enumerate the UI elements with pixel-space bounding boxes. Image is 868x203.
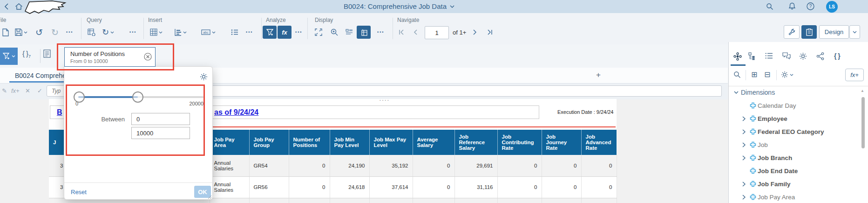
next-page-icon[interactable] — [473, 26, 477, 39]
outline-icon[interactable] — [346, 26, 353, 39]
table-cell[interactable]: 35,192 — [369, 155, 413, 176]
chevron-right-icon[interactable] — [739, 182, 748, 187]
table-cell[interactable] — [413, 198, 454, 203]
share-icon[interactable] — [816, 52, 824, 60]
objects-icon[interactable] — [733, 52, 742, 61]
add-report-tab-button[interactable]: + — [596, 70, 601, 80]
variables-icon[interactable]: { }7 — [22, 49, 31, 59]
chevron-right-icon[interactable] — [739, 129, 748, 134]
table-header-cell[interactable]: Number of Positions — [289, 130, 330, 155]
edit-icon[interactable]: ✎ — [2, 87, 7, 94]
table-cell[interactable]: 24,190 — [330, 155, 369, 176]
reset-button[interactable]: Reset — [71, 189, 87, 196]
chevron-down-icon[interactable] — [159, 31, 163, 34]
table-cell[interactable]: 0 — [542, 176, 581, 198]
more-icon[interactable]: ••• — [295, 26, 302, 39]
filter-chip[interactable]: Number of Positions From 0 to 10000 — [64, 47, 156, 67]
undo-icon[interactable]: ↺ — [35, 26, 43, 39]
back-icon[interactable] — [4, 3, 9, 10]
save-icon[interactable] — [15, 26, 27, 39]
collapse-all-icon[interactable]: ⊟ — [764, 70, 770, 79]
insert-table-icon[interactable] — [150, 26, 163, 39]
table-header-cell[interactable]: Job Journey Rate — [542, 130, 581, 155]
more-icon[interactable]: ••• — [129, 26, 136, 39]
table-header-cell[interactable]: Job Advanced Rate — [581, 130, 617, 155]
table-cell[interactable]: 0 — [413, 155, 454, 176]
gear-icon[interactable] — [799, 52, 807, 60]
chevron-right-icon[interactable] — [739, 155, 748, 161]
dimension-item-employee[interactable]: Employee — [739, 112, 868, 125]
first-page-icon[interactable] — [399, 26, 404, 39]
table-cell[interactable]: Annual Salaries — [210, 155, 249, 176]
more-icon[interactable]: ••• — [66, 26, 73, 39]
table-cell[interactable]: 0 — [289, 176, 330, 198]
table-header-cell[interactable]: Job Min Pay Level — [330, 130, 369, 155]
resize-handle-icon[interactable] — [208, 195, 212, 199]
last-page-icon[interactable] — [487, 26, 493, 39]
edit-query-icon[interactable] — [88, 26, 95, 39]
chevron-right-icon[interactable] — [739, 195, 748, 200]
insert-chart-icon[interactable] — [174, 26, 187, 39]
formula-icon[interactable]: fx — [278, 26, 292, 39]
cancel-icon[interactable]: ✕ — [25, 87, 30, 94]
dimension-item-job-branch[interactable]: Job Branch — [739, 151, 868, 164]
expand-all-icon[interactable]: ⊞ — [751, 70, 757, 79]
chevron-down-icon[interactable] — [790, 74, 793, 76]
table-cell[interactable]: GR54 — [249, 155, 289, 176]
design-button[interactable]: Design — [819, 25, 849, 39]
table-cell[interactable]: 31,116 — [454, 176, 497, 198]
drag-handle-dots[interactable]: ···· — [379, 96, 390, 104]
page-number-input[interactable] — [425, 26, 449, 39]
table-cell[interactable]: Annual — [210, 198, 249, 203]
settings-gear-icon[interactable] — [200, 73, 208, 81]
table-cell[interactable]: GR56 — [249, 176, 289, 198]
filter-to-input[interactable] — [131, 127, 190, 139]
table-cell[interactable] — [497, 198, 542, 203]
table-cell[interactable] — [289, 198, 330, 203]
chevron-right-icon[interactable] — [739, 142, 748, 147]
more-icon[interactable]: ••• — [377, 26, 384, 39]
search-icon[interactable] — [733, 71, 741, 78]
dimension-item-job-end-date[interactable]: Job End Date — [739, 164, 868, 177]
formula-add-icon[interactable]: fx+ — [11, 87, 20, 94]
table-header-cell[interactable]: Average Salary — [413, 130, 454, 155]
insert-list-icon[interactable] — [231, 26, 238, 39]
redo-icon[interactable]: ↻ — [51, 26, 59, 39]
dimension-item-job-pay-area[interactable]: Job Pay Area — [739, 190, 868, 203]
tab-report[interactable]: B0024 Comprehe — [15, 72, 66, 79]
design-dropdown-button[interactable] — [849, 25, 860, 39]
table-cell[interactable] — [454, 198, 497, 203]
insert-cell-icon[interactable]: abc — [201, 26, 216, 39]
table-header-cell[interactable]: Job Contributing Rate — [497, 130, 542, 155]
validate-icon[interactable]: ✓ — [37, 87, 42, 94]
fullscreen-icon[interactable] — [315, 26, 322, 39]
help-icon[interactable]: ? — [807, 2, 814, 10]
braces-icon[interactable]: { } — [834, 52, 841, 60]
dimension-item-job[interactable]: Job — [739, 138, 868, 151]
table-cell[interactable]: 0 — [542, 155, 581, 176]
scrollbar-thumb[interactable] — [861, 97, 865, 148]
table-cell[interactable] — [542, 198, 581, 203]
reader-mode-icon[interactable] — [801, 25, 817, 39]
dimensions-group-header[interactable]: Dimensions — [732, 89, 775, 96]
dimension-item-calendar-day[interactable]: Calendar Day — [739, 99, 868, 112]
chevron-right-icon[interactable] — [739, 116, 748, 121]
slider-handle-max[interactable] — [132, 91, 143, 103]
refresh-icon[interactable]: ↻ — [102, 26, 114, 39]
filter-from-input[interactable] — [131, 113, 190, 125]
document-title[interactable]: B0024: Comprehensive Job Data — [344, 2, 454, 10]
formula-add-button[interactable]: fx+ — [845, 69, 864, 81]
new-document-icon[interactable] — [2, 26, 9, 39]
chevron-down-icon[interactable] — [110, 31, 114, 34]
bell-icon[interactable] — [788, 2, 796, 10]
table-cell[interactable]: 24,618 — [330, 176, 369, 198]
table-cell[interactable] — [581, 198, 617, 203]
search-icon[interactable] — [766, 3, 773, 10]
table-cell[interactable] — [249, 198, 289, 203]
scroll-up-icon[interactable]: ▲ — [861, 89, 864, 93]
table-cell[interactable]: 0 — [413, 176, 454, 198]
table-cell[interactable]: 0 — [497, 155, 542, 176]
home-icon[interactable] — [15, 3, 23, 10]
table-cell[interactable]: 0 — [581, 155, 617, 176]
zoom-icon[interactable] — [331, 26, 338, 39]
